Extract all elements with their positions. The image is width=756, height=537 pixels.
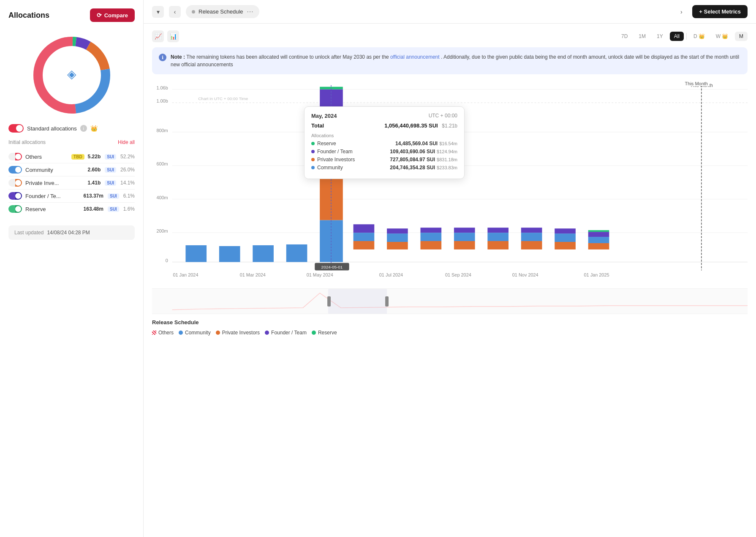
alloc-pct-others: 52.2% [120,154,135,160]
1m-button[interactable]: 1M [634,32,650,41]
svg-rect-54 [588,230,609,232]
alloc-toggle-community[interactable] [8,166,22,174]
svg-rect-35 [387,228,408,233]
svg-text:400m: 400m [156,195,168,200]
svg-text:600m: 600m [156,161,168,166]
nav-back-button[interactable]: ‹ [169,6,181,18]
tooltip-utc: UTC + 00:00 [429,113,457,119]
svg-text:01 Jan 2025: 01 Jan 2025 [584,272,609,277]
legend-label: Founder / Team [271,330,307,336]
all-button[interactable]: All [670,32,684,41]
line-chart-icon[interactable]: 📈 [152,30,164,42]
tooltip-alloc-amount: 727,805,084.97 SUI [390,157,435,163]
main-content: ▾ ‹ Release Schedule ⋯ › + Select Metric… [144,0,756,537]
bar-jan-community [185,245,207,262]
last-updated-value: 14/08/24 04:28 PM [47,230,90,236]
hide-all-button[interactable]: Hide all [118,139,135,145]
this-month-label: This Month [683,81,710,86]
compare-icon: ⟳ [97,12,102,19]
info-icon[interactable]: i [80,125,87,132]
svg-text:01 May 2024: 01 May 2024 [307,272,333,277]
alloc-item-founder: Founder / Te... 613.37m SUI 6.1% [8,190,135,203]
chart-toolbar: 📈 📊 7D 1M 1Y All D 👑 W 👑 M [152,30,748,42]
tooltip-date: May, 2024 [311,113,337,119]
svg-text:01 Nov 2024: 01 Nov 2024 [512,272,538,277]
tooltip-alloc-name: Founder / Team [317,149,390,155]
last-updated-section: Last updated 14/08/24 04:28 PM [8,225,135,240]
tab-label: Release Schedule [199,8,243,15]
last-updated-label: Last updated [14,230,44,236]
tooltip-total-row: Total 1,056,440,698.35 SUI $1.21b [311,122,457,129]
w-period-button[interactable]: W 👑 [712,32,732,41]
chart-area: 📈 📊 7D 1M 1Y All D 👑 W 👑 M ℹ Note : The … [144,24,756,537]
tooltip-alloc-dot [311,166,315,169]
standard-allocations-label: Standard allocations [27,125,77,132]
alloc-name-others: Others [25,154,68,160]
legend-items: OthersCommunityPrivate InvestorsFounder … [152,330,748,336]
svg-rect-41 [454,228,475,233]
alloc-amount-reserve: 163.48m [84,206,103,212]
svg-text:01 Jan 2024: 01 Jan 2024 [173,272,198,277]
tooltip-total-label: Total [311,122,324,129]
svg-rect-37 [420,233,441,241]
tab-dot [192,10,195,14]
legend-section: Release Schedule OthersCommunityPrivate … [152,314,748,336]
legend-item: Founder / Team [265,330,307,336]
official-announcement-link[interactable]: official announcement [390,54,440,60]
expand-menu-button[interactable]: ▾ [152,6,164,18]
alloc-pct-founder: 6.1% [123,193,135,199]
tab-more-icon[interactable]: ⋯ [247,8,253,16]
mini-chart[interactable] [152,288,748,314]
svg-rect-26 [286,244,307,262]
tooltip-alloc-name: Community [317,165,390,171]
alloc-amount-private: 1.41b [88,180,101,186]
7d-button[interactable]: 7D [617,32,632,41]
svg-rect-53 [588,232,609,237]
topbar-nav: ‹ [169,6,181,18]
m-period-button[interactable]: M [735,32,748,41]
1y-button[interactable]: 1Y [653,32,667,41]
sui-badge-private: SUI [105,180,116,186]
svg-rect-38 [420,228,441,233]
alloc-pct-community: 26.0% [120,167,135,173]
d-period-button[interactable]: D 👑 [689,32,709,41]
tooltip-alloc-row: Reserve 14,485,569.04 SUI $16.54m [311,141,457,146]
select-metrics-button[interactable]: + Select Metrics [692,5,748,18]
legend-item: Community [179,330,211,336]
tooltip-alloc-name: Private Investors [317,157,390,163]
compare-button[interactable]: ⟳ Compare [90,8,135,22]
svg-rect-45 [521,241,542,250]
legend-dot [179,331,183,335]
chart-tooltip: May, 2024 UTC + 00:00 Total 1,056,440,69… [304,106,465,179]
tooltip-allocs-list: Reserve 14,485,569.04 SUI $16.54m Founde… [311,141,457,171]
alloc-toggle-others[interactable] [8,153,22,160]
time-filters: 7D 1M 1Y All D 👑 W 👑 M [617,32,748,41]
alloc-name-community: Community [25,167,84,173]
alloc-toggle-reserve[interactable] [8,205,22,213]
alloc-toggle-founder[interactable] [8,192,22,200]
bar-chart-icon[interactable]: 📊 [167,30,179,42]
alloc-amount-community: 2.60b [88,167,101,173]
svg-rect-47 [521,228,542,233]
release-schedule-tab[interactable]: Release Schedule ⋯ [186,5,259,18]
standard-allocations-toggle[interactable] [8,124,24,133]
svg-rect-36 [420,241,441,250]
chart-svg-wrapper: This Month 1.06b 1.00b 800m 600m 400m 20… [152,81,748,285]
svg-rect-51 [588,243,609,250]
chart-type-icons: 📈 📊 [152,30,179,42]
alloc-item-others: Others TBD 5.22b SUI 52.2% [8,150,135,163]
tooltip-alloc-amount: 204,746,354.28 SUI [390,165,435,171]
svg-text:01 Jul 2024: 01 Jul 2024 [379,272,403,277]
svg-text:01 Mar 2024: 01 Mar 2024 [240,272,266,277]
alloc-name-reserve: Reserve [25,206,80,212]
legend-label: Others [158,330,174,336]
svg-rect-43 [487,233,509,241]
alloc-pct-reserve: 1.6% [123,206,135,212]
alloc-toggle-private[interactable] [8,179,22,187]
svg-rect-25 [253,245,274,262]
svg-text:1.06b: 1.06b [156,85,168,90]
alloc-pct-private: 14.1% [120,180,135,186]
sui-badge-reserve: SUI [108,206,119,212]
crown-icon: 👑 [90,125,98,132]
nav-forward-button[interactable]: › [675,6,687,18]
